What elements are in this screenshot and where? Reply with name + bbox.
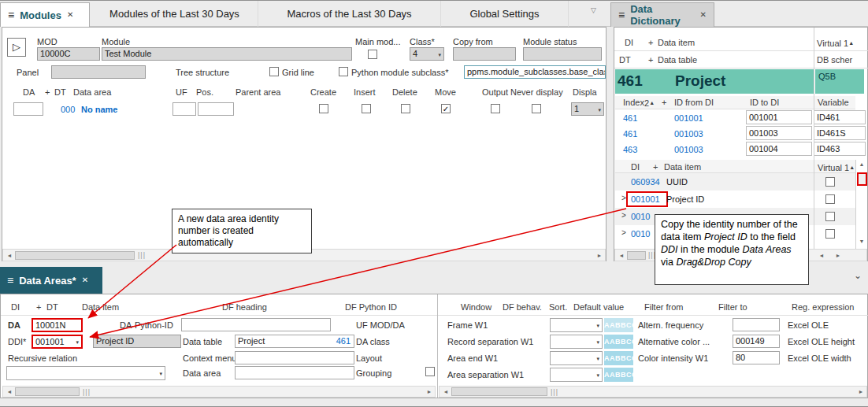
insert-checkbox[interactable] [362, 104, 371, 113]
link-variable-cell[interactable]: ID463 [814, 142, 866, 156]
scrollbar-thumb[interactable] [15, 251, 135, 260]
ddi-select[interactable]: 001001 ▾ [32, 335, 83, 349]
context-menu-input[interactable] [235, 351, 354, 364]
altern-frequency-input[interactable] [733, 318, 780, 331]
scroll-left-icon[interactable]: ◄ [440, 387, 451, 397]
tab-data-dictionary[interactable]: ≡ Data Dictionary ✕ [610, 2, 714, 27]
record-separation-select[interactable]: ▾ [550, 335, 603, 349]
panel-input[interactable] [51, 65, 146, 79]
scroll-down-icon[interactable]: ▼ [856, 237, 867, 246]
mod-input[interactable]: 10000C [37, 47, 100, 61]
output-checkbox[interactable] [491, 104, 500, 113]
move-checkbox[interactable]: ✓ [441, 104, 451, 113]
scroll-up-icon[interactable]: ▲ [856, 160, 867, 169]
virtual-checkbox[interactable] [825, 229, 835, 239]
scroll-right-icon[interactable]: ► [855, 387, 866, 397]
add-icon[interactable]: + [648, 38, 653, 48]
df-heading-input[interactable] [181, 318, 331, 331]
splitter-grip[interactable]: ||| [138, 250, 146, 260]
create-checkbox[interactable] [319, 104, 328, 113]
altern-frequency-label: Altern. frequency [638, 320, 703, 331]
close-icon[interactable]: ✕ [82, 276, 88, 284]
row-dt-value[interactable]: 000 [61, 105, 75, 115]
copy-from-input[interactable] [453, 47, 516, 61]
expand-icon[interactable]: > [621, 211, 626, 220]
link-variable-cell[interactable]: ID461 [814, 110, 866, 124]
virtual-checkbox[interactable] [825, 177, 835, 187]
tab-overflow-icon[interactable]: ▽ [591, 6, 596, 14]
link-id-to-cell[interactable]: 001003 [746, 126, 812, 140]
tab-modules[interactable]: ≡ Modules ✕ [0, 2, 90, 27]
tab-modules-last-30-days[interactable]: Modules of the Last 30 Days [91, 1, 258, 27]
recursive-relation-select[interactable]: ▾ [6, 366, 165, 380]
data-table-input[interactable]: Project 461 [235, 335, 354, 348]
grid-line-checkbox[interactable] [269, 67, 279, 76]
selected-table-row[interactable]: 461 Project [615, 69, 814, 94]
alternative-color-input[interactable]: 000149 [733, 335, 780, 348]
tab-macros-last-30-days[interactable]: Macros of the Last 30 Days [258, 1, 441, 27]
python-subclass-checkbox[interactable] [339, 67, 348, 76]
class-select[interactable]: 4 ▾ [410, 47, 444, 61]
close-icon[interactable]: ✕ [700, 11, 707, 19]
scroll-left-icon[interactable]: ◄ [816, 251, 827, 261]
main-mod-checkbox[interactable] [368, 50, 377, 59]
area-separation-select[interactable]: ▾ [550, 368, 603, 382]
link-id-to-cell[interactable]: 001004 [746, 142, 812, 156]
color-intensity-input[interactable]: 80 [733, 351, 780, 364]
virtual-checkbox[interactable] [825, 212, 835, 221]
scroll-left-icon[interactable]: ◄ [4, 387, 15, 397]
splitter-grip[interactable]: ||| [83, 387, 91, 397]
python-subclass-input[interactable]: ppms.module_subclasses.base_clas [464, 65, 606, 79]
data-areas-left-hscrollbar[interactable]: ◄ ||| ► [2, 386, 436, 398]
expand-icon[interactable]: > [621, 228, 626, 238]
module-input[interactable]: Test Module [102, 47, 352, 61]
never-display-checkbox[interactable] [532, 104, 541, 113]
area-end-color-swatch[interactable]: AABBCC [604, 351, 633, 365]
tab-data-areas[interactable]: ≡ Data Areas* ✕ [0, 267, 102, 294]
grouping-label: Grouping [356, 368, 391, 379]
da-cell-input[interactable] [13, 102, 43, 116]
menu-icon[interactable]: ≡ [618, 9, 625, 20]
close-icon[interactable]: ✕ [67, 11, 73, 19]
record-separation-color-swatch[interactable]: AABBCC [604, 335, 633, 349]
run-module-button[interactable]: ▷ [7, 38, 26, 57]
delete-checkbox[interactable] [401, 104, 410, 113]
scroll-right-icon[interactable]: ► [833, 251, 844, 261]
display-select[interactable]: 1 ▾ [571, 102, 604, 116]
scroll-right-icon[interactable]: ► [594, 251, 605, 261]
expand-icon[interactable]: > [621, 194, 626, 203]
link-variable-cell[interactable]: ID461S [814, 126, 866, 140]
add-icon[interactable]: + [662, 98, 666, 108]
tab-global-settings[interactable]: Global Settings [441, 1, 569, 27]
module-status-input[interactable] [523, 47, 602, 61]
area-separation-color-swatch[interactable]: AABBCC [604, 368, 633, 382]
frame-color-swatch[interactable]: AABBCC [604, 318, 633, 332]
frame-w1-select[interactable]: ▾ [550, 318, 603, 332]
scroll-right-icon[interactable]: ► [424, 387, 435, 397]
data-areas-right-hscrollbar[interactable]: ◄ ||| ► [439, 386, 867, 398]
da-input[interactable]: 10001N [32, 318, 83, 332]
add-icon[interactable]: + [36, 302, 41, 313]
scroll-left-icon[interactable]: ◄ [4, 251, 15, 261]
uf-cell-input[interactable] [172, 102, 196, 116]
menu-icon[interactable]: ≡ [7, 275, 13, 286]
add-icon[interactable]: + [45, 87, 50, 98]
splitter-grip[interactable]: ||| [551, 387, 558, 397]
grouping-checkbox[interactable] [425, 367, 435, 376]
area-end-select[interactable]: ▾ [550, 351, 603, 365]
add-icon[interactable]: + [648, 55, 653, 65]
link-id-to-cell[interactable]: 001001 [746, 110, 812, 124]
menu-icon[interactable]: ≡ [8, 9, 14, 20]
collapse-panel-icon[interactable]: ⌄ [854, 270, 862, 281]
scrollbar-thumb-highlighted[interactable] [857, 172, 867, 186]
scrollbar-thumb[interactable] [15, 387, 80, 396]
pos-cell-input[interactable] [198, 102, 234, 116]
scroll-left-icon[interactable]: ◄ [616, 251, 627, 261]
add-icon[interactable]: + [653, 162, 658, 172]
virtual-checkbox[interactable] [825, 194, 835, 204]
row-data-area-name[interactable]: No name [81, 105, 117, 115]
scrollbar-thumb[interactable] [451, 387, 547, 396]
scrollbar-thumb[interactable] [627, 251, 646, 260]
col-sort: Sort. [549, 302, 567, 313]
data-area-input[interactable] [235, 366, 354, 379]
